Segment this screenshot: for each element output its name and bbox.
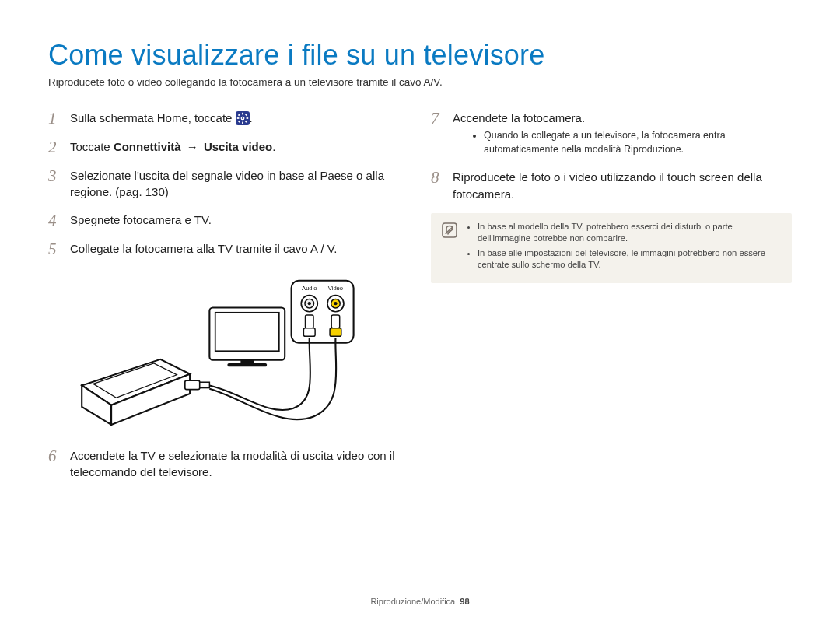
step-2: 2 Toccate Connettività → Uscita video. xyxy=(48,138,409,156)
svg-rect-15 xyxy=(228,363,268,366)
connection-diagram: Audio Video xyxy=(72,269,409,441)
page-number: 98 xyxy=(460,597,469,606)
step-text-post: . xyxy=(272,140,275,153)
video-label: Video xyxy=(328,285,343,292)
step-text: Toccate Connettività → Uscita video. xyxy=(70,138,409,155)
svg-rect-25 xyxy=(331,315,340,328)
note-box: In base al modello della TV, potrebbero … xyxy=(431,213,792,283)
step-number: 3 xyxy=(48,167,65,185)
step-8: 8 Riproducete le foto o i video utilizza… xyxy=(431,169,792,202)
svg-rect-4 xyxy=(236,117,239,119)
audio-label: Audio xyxy=(302,285,317,292)
page-title: Come visualizzare i file su un televisor… xyxy=(48,39,792,72)
step-number: 8 xyxy=(431,169,448,187)
step-3: 3 Selezionate l'uscita del segnale video… xyxy=(48,167,409,201)
svg-point-11 xyxy=(241,117,243,119)
step-text-main: Accendete la fotocamera. xyxy=(453,111,585,124)
step-6: 6 Accendete la TV e selezionate la modal… xyxy=(48,447,409,481)
av-panel: Audio Video xyxy=(292,281,354,343)
manual-page: Come visualizzare i file su un televisor… xyxy=(0,0,840,634)
step-text: Selezionate l'uscita del segnale video i… xyxy=(70,167,409,201)
footer-section: Riproduzione/Modifica xyxy=(370,597,455,606)
step-number: 4 xyxy=(48,212,65,229)
svg-rect-2 xyxy=(242,113,243,115)
right-column: 7 Accendete la fotocamera. Quando la col… xyxy=(431,110,792,492)
step-bold-2: Uscita video xyxy=(204,140,272,153)
two-column-layout: 1 Sulla schermata Home, toccate xyxy=(48,110,792,492)
step-5: 5 Collegate la fotocamera alla TV tramit… xyxy=(48,240,409,258)
note-list: In base al modello della TV, potrebbero … xyxy=(465,221,781,274)
sub-bullet: Quando la collegate a un televisore, la … xyxy=(484,129,792,156)
step-text-pre: Toccate xyxy=(70,140,114,153)
svg-rect-26 xyxy=(330,328,341,337)
steps-list-left-continued: 6 Accendete la TV e selezionate la modal… xyxy=(48,447,409,481)
step-number: 5 xyxy=(48,240,65,258)
page-footer: Riproduzione/Modifica 98 xyxy=(0,597,840,606)
page-subtitle: Riproducete foto o video collegando la f… xyxy=(48,76,792,88)
svg-rect-3 xyxy=(242,122,243,124)
note-item: In base al modello della TV, potrebbero … xyxy=(478,221,781,244)
settings-gear-icon xyxy=(236,111,250,125)
note-icon xyxy=(442,222,457,238)
svg-point-19 xyxy=(308,302,311,305)
svg-rect-23 xyxy=(306,315,314,328)
svg-rect-24 xyxy=(303,328,315,337)
step-bold-1: Connettività xyxy=(114,140,181,153)
svg-rect-14 xyxy=(240,360,254,363)
step-text: Accendete la TV e selezionate la modalit… xyxy=(70,447,409,481)
step-7: 7 Accendete la fotocamera. Quando la col… xyxy=(431,110,792,158)
step-text-pre: Sulla schermata Home, toccate xyxy=(70,111,236,124)
svg-rect-13 xyxy=(215,313,279,351)
steps-list-right: 7 Accendete la fotocamera. Quando la col… xyxy=(431,110,792,202)
svg-rect-32 xyxy=(200,382,210,387)
step-text: Accendete la fotocamera. Quando la colle… xyxy=(453,110,792,158)
svg-rect-16 xyxy=(292,281,354,343)
tv-illustration xyxy=(209,307,285,366)
step-text: Spegnete fotocamera e TV. xyxy=(70,212,409,228)
step-number: 2 xyxy=(48,138,65,156)
arrow-icon: → xyxy=(187,140,198,153)
note-item: In base alle impostazioni del televisore… xyxy=(478,247,781,271)
step-number: 6 xyxy=(48,447,65,465)
svg-rect-5 xyxy=(246,117,248,119)
step-sub-bullets: Quando la collegate a un televisore, la … xyxy=(453,129,792,156)
step-text-post: . xyxy=(250,111,253,124)
camera-illustration xyxy=(82,359,209,425)
step-4: 4 Spegnete fotocamera e TV. xyxy=(48,212,409,229)
step-1: 1 Sulla schermata Home, toccate xyxy=(48,110,409,128)
svg-point-22 xyxy=(334,302,337,305)
rca-plug-video xyxy=(330,315,341,336)
step-text: Collegate la fotocamera alla TV tramite … xyxy=(70,240,409,257)
left-column: 1 Sulla schermata Home, toccate xyxy=(48,110,409,492)
svg-rect-31 xyxy=(185,380,200,390)
steps-list-left: 1 Sulla schermata Home, toccate xyxy=(48,110,409,258)
rca-plug-audio xyxy=(303,315,315,336)
step-number: 7 xyxy=(431,110,448,128)
step-text: Riproducete le foto o i video utilizzand… xyxy=(453,169,792,202)
step-text: Sulla schermata Home, toccate xyxy=(70,110,409,126)
step-number: 1 xyxy=(48,110,65,128)
